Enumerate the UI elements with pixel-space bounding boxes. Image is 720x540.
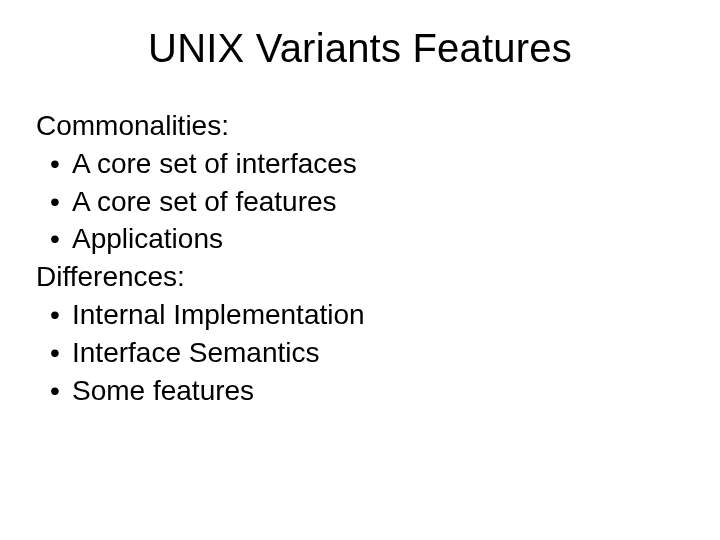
slide: UNIX Variants Features Commonalities: A … bbox=[0, 0, 720, 540]
list-item: Some features bbox=[36, 372, 684, 410]
list-item: Internal Implementation bbox=[36, 296, 684, 334]
list-item: A core set of interfaces bbox=[36, 145, 684, 183]
list-item: A core set of features bbox=[36, 183, 684, 221]
section-heading-commonalities: Commonalities: bbox=[36, 107, 684, 145]
slide-title: UNIX Variants Features bbox=[36, 26, 684, 71]
list-item: Applications bbox=[36, 220, 684, 258]
slide-body: Commonalities: A core set of interfaces … bbox=[36, 107, 684, 409]
section-heading-differences: Differences: bbox=[36, 258, 684, 296]
list-item: Interface Semantics bbox=[36, 334, 684, 372]
